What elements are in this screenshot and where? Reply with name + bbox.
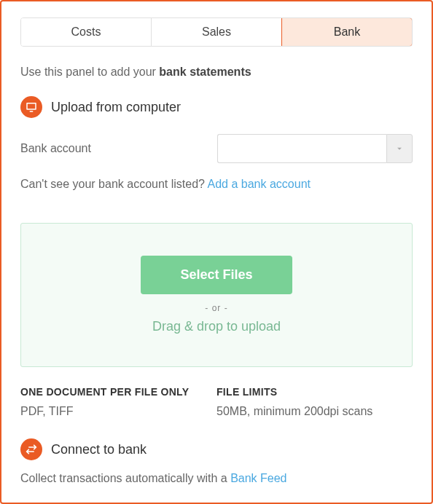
file-limits: FILE LIMITS 50MB, minimum 200dpi scans (216, 386, 413, 418)
tab-bank[interactable]: Bank (281, 17, 413, 47)
monitor-icon (20, 96, 42, 118)
missing-account-prefix: Can't see your bank account listed? (20, 178, 208, 190)
tab-bar: Costs Sales Bank (20, 17, 413, 47)
doc-limits: ONE DOCUMENT PER FILE ONLY PDF, TIFF (20, 386, 216, 418)
upload-section-header: Upload from computer (20, 96, 413, 118)
chevron-down-icon (394, 143, 405, 154)
bank-account-value[interactable] (217, 134, 386, 163)
upload-title: Upload from computer (51, 100, 181, 115)
doc-limits-body: PDF, TIFF (20, 405, 216, 418)
bank-upload-panel: Costs Sales Bank Use this panel to add y… (0, 0, 433, 504)
connect-section-header: Connect to bank (20, 438, 413, 460)
intro-bold: bank statements (159, 66, 251, 78)
missing-account-text: Can't see your bank account listed? Add … (20, 178, 413, 191)
tab-costs[interactable]: Costs (21, 18, 152, 46)
connect-body: Collect transactions automatically with … (20, 472, 413, 485)
intro-text: Use this panel to add your bank statemen… (20, 66, 413, 79)
bank-account-field: Bank account (20, 134, 413, 163)
file-limits-title: FILE LIMITS (216, 386, 413, 398)
select-files-button[interactable]: Select Files (141, 256, 292, 294)
bank-account-label: Bank account (20, 142, 217, 155)
connect-body-prefix: Collect transactions automatically with … (20, 472, 230, 484)
dropzone-or: - or - (205, 303, 227, 313)
connect-section: Connect to bank Collect transactions aut… (20, 438, 413, 485)
intro-prefix: Use this panel to add your (20, 66, 159, 78)
file-limits-body: 50MB, minimum 200dpi scans (216, 405, 413, 418)
limits-row: ONE DOCUMENT PER FILE ONLY PDF, TIFF FIL… (20, 386, 413, 418)
upload-dropzone[interactable]: Select Files - or - Drag & drop to uploa… (20, 223, 413, 367)
doc-limits-title: ONE DOCUMENT PER FILE ONLY (20, 386, 216, 398)
tab-sales[interactable]: Sales (152, 18, 282, 46)
connect-title: Connect to bank (51, 442, 147, 457)
bank-account-dropdown-button[interactable] (386, 134, 413, 163)
add-bank-account-link[interactable]: Add a bank account (208, 178, 311, 190)
bank-account-select[interactable] (217, 134, 413, 163)
dropzone-drag-text: Drag & drop to upload (152, 319, 281, 334)
bank-feed-link[interactable]: Bank Feed (230, 472, 286, 484)
transfer-icon (20, 438, 42, 460)
